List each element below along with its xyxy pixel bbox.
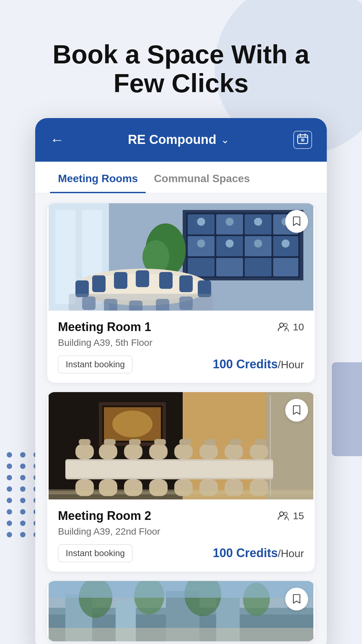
svg-rect-106 <box>49 628 313 641</box>
svg-point-37 <box>142 240 169 274</box>
svg-point-31 <box>197 239 205 248</box>
background-dots <box>0 445 37 544</box>
room-2-title-row: Meeting Room 2 15 <box>58 509 304 523</box>
svg-rect-44 <box>159 272 173 289</box>
svg-rect-67 <box>99 444 117 459</box>
room-2-info: Meeting Room 2 15 Building A39, 22nd Flo… <box>47 499 315 572</box>
room-1-location: Building A39, 5th Floor <box>58 337 304 348</box>
back-button[interactable]: ← <box>50 133 64 147</box>
room-2-image <box>47 392 315 499</box>
svg-rect-42 <box>114 272 127 289</box>
location-title: RE Compound <box>128 132 217 147</box>
location-selector[interactable]: RE Compound ⌄ <box>128 132 230 147</box>
svg-point-93 <box>284 512 287 516</box>
people-icon <box>278 322 290 332</box>
svg-point-29 <box>254 218 262 226</box>
room-1-capacity-count: 10 <box>293 321 304 333</box>
svg-rect-24 <box>216 258 243 276</box>
svg-rect-80 <box>230 439 241 445</box>
background-side-block <box>332 362 362 456</box>
svg-point-33 <box>254 239 262 248</box>
tab-communal-spaces[interactable]: Communal Spaces <box>146 162 258 193</box>
svg-rect-74 <box>79 439 90 445</box>
room-2-name: Meeting Room 2 <box>58 509 151 523</box>
bookmark-button-3[interactable] <box>285 588 308 610</box>
svg-rect-68 <box>124 444 142 459</box>
room-1-price: 100 Credits/Hour <box>213 357 304 371</box>
room-card-3[interactable] <box>47 581 315 641</box>
room-card-1[interactable]: Meeting Room 1 10 Building A39, 5th Floo… <box>47 203 315 383</box>
svg-rect-52 <box>69 294 213 311</box>
room-2-location: Building A39, 22nd Floor <box>58 526 304 537</box>
room-1-capacity: 10 <box>278 321 304 333</box>
app-header: ← RE Compound ⌄ <box>35 118 327 162</box>
svg-rect-91 <box>49 491 313 494</box>
svg-rect-71 <box>199 444 218 459</box>
svg-point-54 <box>284 323 287 327</box>
svg-rect-45 <box>179 275 193 292</box>
room-list: Meeting Room 1 10 Building A39, 5th Floo… <box>35 193 327 644</box>
chevron-down-icon: ⌄ <box>221 134 229 146</box>
room-1-image <box>47 203 315 311</box>
room-1-booking-badge: Instant booking <box>58 356 132 373</box>
room-1-footer: Instant booking 100 Credits/Hour <box>58 356 304 373</box>
svg-rect-70 <box>174 444 193 459</box>
tab-meeting-rooms[interactable]: Meeting Rooms <box>50 162 146 193</box>
svg-rect-43 <box>136 270 149 287</box>
svg-rect-25 <box>245 258 272 276</box>
svg-rect-73 <box>250 444 268 459</box>
room-1-name: Meeting Room 1 <box>58 320 151 334</box>
phone-card: ← RE Compound ⌄ Meeting Rooms Communal S… <box>35 118 327 644</box>
svg-rect-75 <box>104 439 116 445</box>
svg-rect-78 <box>179 439 191 445</box>
room-1-image-wrap <box>47 203 315 311</box>
room-2-booking-badge: Instant booking <box>58 544 132 562</box>
room-2-price: 100 Credits/Hour <box>213 546 304 560</box>
room-1-info: Meeting Room 1 10 Building A39, 5th Floo… <box>47 311 315 383</box>
svg-rect-77 <box>154 439 166 445</box>
svg-rect-81 <box>255 439 266 445</box>
room-card-2[interactable]: Meeting Room 2 15 Building A39, 22nd Flo… <box>47 392 315 572</box>
svg-point-32 <box>226 239 234 248</box>
svg-rect-23 <box>188 258 215 276</box>
svg-rect-72 <box>225 444 243 459</box>
svg-point-27 <box>197 218 205 226</box>
room-2-capacity-count: 15 <box>293 510 304 522</box>
svg-point-28 <box>226 218 234 226</box>
svg-rect-105 <box>49 581 313 598</box>
svg-point-34 <box>282 239 290 248</box>
svg-point-53 <box>280 323 284 327</box>
svg-rect-69 <box>149 444 168 459</box>
bookmark-button-1[interactable] <box>285 210 308 233</box>
svg-rect-10 <box>55 210 75 304</box>
svg-rect-63 <box>270 395 271 496</box>
svg-point-92 <box>280 512 284 516</box>
svg-rect-79 <box>204 439 216 445</box>
svg-rect-41 <box>92 275 106 292</box>
room-3-image <box>47 581 315 641</box>
svg-point-61 <box>112 411 153 437</box>
tabs-bar: Meeting Rooms Communal Spaces <box>35 162 327 193</box>
room-2-capacity: 15 <box>278 510 304 522</box>
svg-rect-26 <box>273 258 298 276</box>
room-1-title-row: Meeting Room 1 10 <box>58 320 304 334</box>
calendar-button[interactable] <box>293 131 312 149</box>
people-icon-2 <box>278 511 290 521</box>
svg-rect-65 <box>65 461 273 478</box>
bookmark-button-2[interactable] <box>285 399 308 422</box>
svg-rect-76 <box>129 439 141 445</box>
hero-title: Book a Space With a Few Clicks <box>0 0 362 118</box>
svg-rect-66 <box>75 444 94 459</box>
room-2-footer: Instant booking 100 Credits/Hour <box>58 544 304 562</box>
room-2-image-wrap <box>47 392 315 499</box>
